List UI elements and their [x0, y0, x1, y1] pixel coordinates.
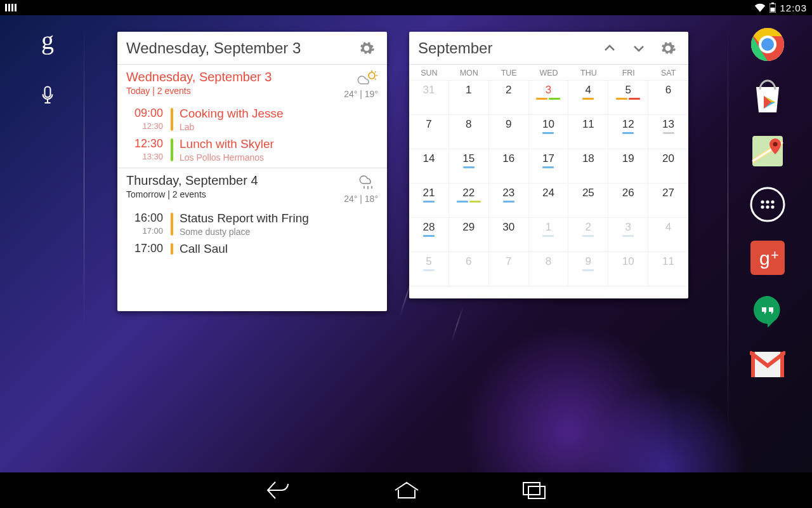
back-button[interactable]	[265, 479, 292, 501]
month-cell[interactable]: 4	[568, 81, 608, 115]
divider	[84, 27, 84, 331]
month-cell[interactable]: 1	[449, 81, 489, 115]
agenda-event[interactable]: 12:3013:30Lunch with SkylerLos Pollos He…	[117, 135, 387, 165]
svg-point-18	[766, 205, 769, 208]
svg-rect-25	[780, 352, 784, 377]
month-widget: September SUNMONTUEWEDTHUFRISAT 31123456…	[409, 32, 688, 298]
month-cell[interactable]: 30	[489, 218, 529, 252]
maps-app-icon[interactable]	[749, 132, 787, 170]
month-cell[interactable]: 10	[529, 115, 569, 149]
month-cell[interactable]: 26	[608, 184, 648, 218]
month-cell[interactable]: 9	[489, 115, 529, 149]
month-cell[interactable]: 22	[449, 184, 489, 218]
google-plus-app-icon[interactable]: g+	[749, 239, 787, 277]
month-dow-label: SUN	[409, 69, 449, 77]
month-cell[interactable]: 1	[529, 218, 569, 252]
month-cell[interactable]: 3	[608, 218, 648, 252]
month-cell[interactable]: 13	[648, 115, 688, 149]
month-cell[interactable]: 18	[568, 149, 608, 184]
month-grid: 3112345678910111213141516171819202122232…	[409, 81, 688, 286]
agenda-day-subtitle: Tomorrow | 2 events	[126, 189, 344, 199]
agenda-day-subtitle: Today | 2 events	[126, 86, 344, 96]
agenda-day-date: Wednesday, September 3	[126, 70, 344, 84]
month-dow-label: FRI	[608, 69, 648, 77]
month-cell[interactable]: 25	[568, 184, 608, 218]
navigation-bar	[0, 472, 812, 508]
google-search-icon[interactable]: g	[41, 25, 54, 55]
month-cell[interactable]: 17	[529, 149, 569, 184]
agenda-day-header[interactable]: Wednesday, September 3Today | 2 events24…	[117, 65, 387, 104]
month-cell[interactable]: 23	[489, 184, 529, 218]
month-cell[interactable]: 10	[608, 252, 648, 286]
month-cell[interactable]: 28	[409, 218, 449, 252]
month-cell[interactable]: 2	[489, 81, 529, 115]
status-bar: 12:03	[0, 0, 812, 15]
agenda-event[interactable]: 16:0017:00Status Report with FringSome d…	[117, 209, 387, 239]
hangouts-app-icon[interactable]	[749, 292, 787, 330]
month-cell[interactable]: 27	[648, 184, 688, 218]
month-cell[interactable]: 8	[529, 252, 569, 286]
month-cell[interactable]: 2	[568, 218, 608, 252]
month-cell[interactable]: 6	[648, 81, 688, 115]
month-cell[interactable]: 15	[449, 149, 489, 184]
month-cell[interactable]: 3	[529, 81, 569, 115]
month-prev-button[interactable]	[598, 37, 621, 60]
month-cell[interactable]: 5	[409, 252, 449, 286]
svg-point-16	[771, 200, 774, 203]
month-cell[interactable]: 7	[489, 252, 529, 286]
month-settings-button[interactable]	[657, 37, 679, 60]
month-cell[interactable]: 11	[648, 252, 688, 286]
month-cell[interactable]: 14	[409, 149, 449, 184]
notification-icon	[5, 4, 16, 11]
svg-point-12	[773, 142, 778, 147]
month-cell[interactable]: 21	[409, 184, 449, 218]
month-cell[interactable]: 11	[568, 115, 608, 149]
svg-point-19	[771, 205, 774, 208]
month-dow-label: SAT	[648, 69, 688, 77]
play-store-app-icon[interactable]	[749, 79, 787, 117]
month-cell[interactable]: 16	[489, 149, 529, 184]
month-cell[interactable]: 6	[449, 252, 489, 286]
chrome-app-icon[interactable]	[749, 25, 787, 64]
svg-point-15	[766, 200, 769, 203]
month-title: September	[418, 39, 598, 57]
svg-text:g: g	[759, 248, 770, 269]
svg-point-14	[761, 200, 764, 203]
month-cell[interactable]: 20	[648, 149, 688, 184]
app-drawer-icon[interactable]	[749, 185, 787, 224]
home-button[interactable]	[393, 481, 420, 500]
svg-rect-28	[528, 486, 545, 498]
battery-icon	[769, 3, 776, 13]
month-cell[interactable]: 19	[608, 149, 648, 184]
svg-point-13	[751, 188, 784, 221]
svg-point-17	[761, 205, 764, 208]
divider	[728, 27, 728, 433]
agenda-day-header[interactable]: Thursday, September 4Tomorrow | 2 events…	[117, 168, 387, 209]
agenda-day-weather: 24° | 19°	[344, 70, 378, 99]
month-cell[interactable]: 8	[449, 115, 489, 149]
agenda-event[interactable]: 09:0012:30Cooking with JesseLab	[117, 104, 387, 135]
svg-rect-2	[771, 8, 775, 12]
month-dow-label: MON	[449, 69, 489, 77]
month-cell[interactable]: 5	[608, 81, 648, 115]
month-cell[interactable]: 29	[449, 218, 489, 252]
recents-button[interactable]	[521, 481, 547, 500]
agenda-widget: Wednesday, September 3 Wednesday, Septem…	[117, 32, 387, 311]
gmail-app-icon[interactable]	[749, 345, 787, 384]
month-dow-label: TUE	[489, 69, 529, 77]
month-cell[interactable]: 9	[568, 252, 608, 286]
voice-search-icon[interactable]	[41, 86, 55, 105]
month-cell[interactable]: 31	[409, 81, 449, 115]
agenda-settings-button[interactable]	[355, 37, 378, 60]
month-cell[interactable]: 7	[409, 115, 449, 149]
wifi-icon	[754, 3, 766, 12]
app-shortcut-column: g+	[742, 25, 793, 384]
svg-rect-24	[751, 352, 755, 377]
agenda-event[interactable]: 17:00Call Saul	[117, 239, 387, 258]
month-dow-label: WED	[529, 69, 569, 77]
month-next-button[interactable]	[627, 37, 650, 60]
month-cell[interactable]: 12	[608, 115, 648, 149]
month-cell[interactable]: 4	[648, 218, 688, 252]
month-cell[interactable]: 24	[529, 184, 569, 218]
agenda-day-date: Thursday, September 4	[126, 173, 344, 188]
